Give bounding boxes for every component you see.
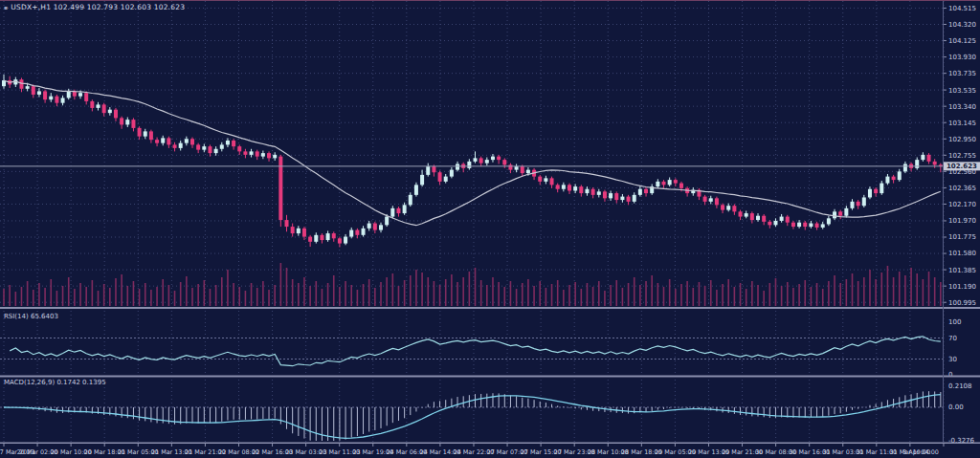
- bull-candle-body: [868, 189, 872, 198]
- bear-candle-body: [84, 93, 88, 101]
- bull-candle-body: [827, 218, 831, 224]
- bull-candle-body: [379, 225, 383, 229]
- bull-candle-body: [67, 91, 71, 98]
- bear-candle-body: [232, 141, 235, 146]
- bull-candle-body: [526, 170, 530, 173]
- pane-separator: [0, 376, 980, 378]
- bear-candle-body: [355, 230, 359, 235]
- price-axis-label: 104.320: [948, 21, 976, 29]
- bull-candle-body: [61, 98, 65, 102]
- bear-candle-body: [208, 146, 212, 153]
- bear-candle-body: [591, 189, 595, 195]
- price-axis-label: 102.755: [948, 152, 976, 160]
- bull-candle-body: [745, 213, 748, 216]
- bear-candle-body: [32, 86, 35, 95]
- bear-candle-body: [243, 151, 247, 154]
- price-axis-label: 104.125: [948, 37, 976, 45]
- bull-candle-body: [609, 193, 612, 198]
- bear-candle-body: [102, 104, 106, 113]
- bear-candle-body: [703, 197, 707, 202]
- bear-candle-body: [291, 227, 295, 233]
- bull-candle-body: [585, 189, 589, 193]
- bull-candle-body: [185, 139, 189, 142]
- bear-candle-body: [603, 191, 607, 198]
- bear-candle-body: [838, 211, 842, 215]
- bull-candle-body: [485, 160, 489, 163]
- bull-candle-body: [474, 158, 478, 161]
- price-axis-label: 101.190: [948, 283, 976, 291]
- bear-candle-body: [190, 139, 194, 144]
- bear-candle-body: [662, 182, 666, 185]
- bear-candle-body: [320, 235, 323, 240]
- price-axis-label: 103.735: [948, 70, 976, 77]
- rsi-axis-label: 30: [948, 356, 957, 363]
- bear-candle-body: [373, 224, 377, 230]
- bull-candle-body: [214, 149, 218, 153]
- bear-candle-body: [196, 144, 200, 149]
- bull-candle-body: [709, 198, 713, 201]
- bull-candle-body: [179, 143, 183, 148]
- rsi-axis-label: 100: [948, 318, 961, 326]
- price-axis-label: 103.145: [948, 120, 976, 127]
- bull-candle-body: [456, 164, 459, 169]
- bull-candle-body: [573, 186, 577, 190]
- bull-candle-body: [903, 164, 907, 171]
- bear-candle-body: [120, 118, 123, 124]
- bull-candle-body: [362, 229, 366, 235]
- bear-candle-body: [874, 189, 878, 193]
- bull-candle-body: [491, 157, 495, 160]
- chart-canvas[interactable]: 17 Mar 202320 Mar 02:0020 Mar 10:0020 Ma…: [0, 1, 980, 458]
- bear-candle-body: [308, 237, 312, 242]
- bear-candle-body: [90, 101, 94, 108]
- price-axis-label: 101.580: [948, 250, 976, 257]
- bull-candle-body: [620, 197, 624, 200]
- bull-candle-body: [37, 91, 41, 94]
- bull-candle-body: [597, 191, 601, 194]
- rsi-axis-label: 0: [948, 371, 952, 379]
- bull-candle-body: [915, 160, 919, 168]
- current-price-tag-text: 102.623: [947, 163, 977, 170]
- bull-candle-body: [78, 93, 82, 96]
- bull-candle-body: [773, 221, 777, 225]
- price-axis-label: 102.365: [948, 185, 976, 192]
- price-axis-label: 103.535: [948, 87, 976, 95]
- price-axis-label: 101.970: [948, 217, 976, 225]
- bear-candle-body: [750, 213, 754, 220]
- bull-candle-body: [756, 216, 760, 220]
- bear-candle-body: [791, 223, 795, 227]
- bear-candle-body: [43, 91, 47, 99]
- macd-indicator-label: MACD(12,26,9) 0.1742 0.1395: [4, 379, 106, 386]
- bear-candle-body: [933, 162, 937, 164]
- bear-candle-body: [739, 211, 743, 216]
- bull-candle-body: [202, 146, 206, 149]
- bull-candle-body: [326, 233, 330, 240]
- bear-candle-body: [114, 110, 118, 119]
- bull-candle-body: [885, 177, 889, 184]
- price-axis-label: 100.995: [948, 299, 976, 307]
- bear-candle-body: [679, 184, 683, 188]
- bull-candle-body: [898, 171, 902, 180]
- chart-title: ▪USDX+,H1 102.499 102.793 102.603 102.62…: [4, 3, 185, 11]
- bull-candle-body: [844, 208, 848, 216]
- bull-candle-body: [633, 195, 636, 202]
- bear-candle-body: [927, 155, 931, 162]
- price-axis-label: 101.775: [948, 233, 976, 241]
- bull-candle-body: [414, 185, 418, 194]
- bull-candle-body: [862, 197, 866, 206]
- price-axis-label: 102.950: [948, 136, 976, 143]
- bear-candle-body: [338, 238, 342, 243]
- bull-candle-body: [250, 151, 254, 154]
- rsi-line: [10, 337, 941, 366]
- bear-candle-body: [644, 189, 648, 193]
- bear-candle-body: [768, 222, 771, 225]
- bear-candle-body: [267, 153, 271, 158]
- bull-candle-body: [656, 182, 659, 186]
- bear-candle-body: [538, 177, 542, 182]
- bear-candle-body: [627, 197, 631, 202]
- bear-candle-body: [237, 146, 241, 151]
- bear-candle-body: [550, 178, 554, 185]
- bear-candle-body: [521, 166, 524, 173]
- bull-candle-body: [851, 202, 855, 208]
- macd-axis-label: 0.00: [948, 403, 964, 411]
- bear-candle-body: [715, 198, 719, 205]
